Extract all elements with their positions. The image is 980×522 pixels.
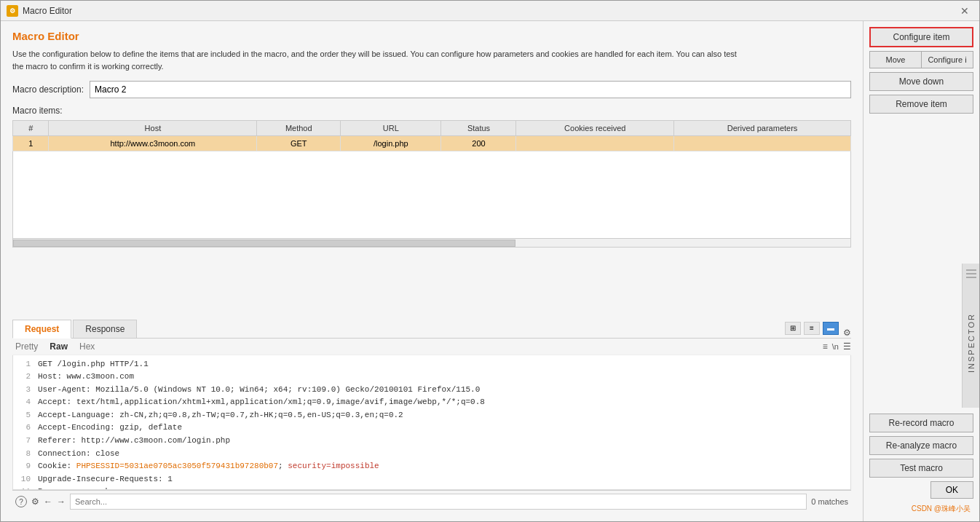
- search-bar: ? ⚙ ← → 0 matches: [12, 490, 851, 513]
- search-input[interactable]: [70, 494, 807, 510]
- code-line-10: 10 Upgrade-Insecure-Requests: 1: [16, 473, 847, 486]
- macro-description-label: Macro description:: [12, 84, 84, 95]
- move-up-button[interactable]: Move: [869, 51, 921, 68]
- code-line-4: 4 Accept: text/html,application/xhtml+xm…: [16, 396, 847, 409]
- gear-icon[interactable]: ⚙: [843, 328, 851, 338]
- inspector-area: INSPECTOR: [864, 264, 979, 408]
- view-list-btn[interactable]: ≡: [804, 322, 820, 335]
- code-line-7: 7 Referer: http://www.c3moon.com/login.p…: [16, 435, 847, 448]
- header-section: Macro Editor Use the configuration below…: [12, 30, 851, 72]
- col-url: URL: [341, 121, 441, 136]
- tab-toolbar: ⊞ ≡ ▬: [785, 322, 839, 338]
- right-panel-bottom: Re-record macro Re-analyze macro Test ma…: [864, 408, 979, 521]
- horizontal-scrollbar[interactable]: [12, 239, 851, 248]
- move-row: Move Configure i: [869, 51, 973, 68]
- cell-method: GET: [257, 136, 341, 151]
- col-derived: Derived parameters: [674, 121, 851, 136]
- remove-item-button[interactable]: Remove item: [869, 95, 973, 114]
- code-line-1: 1 GET /login.php HTTP/1.1: [16, 358, 847, 371]
- right-panel-spacer: [864, 119, 979, 264]
- code-line-3: 3 User-Agent: Mozilla/5.0 (Windows NT 10…: [16, 384, 847, 397]
- right-panel: Configure item Move Configure i Move dow…: [863, 21, 979, 521]
- col-status: Status: [441, 121, 516, 136]
- inspector-lines: [963, 264, 979, 278]
- ok-row: OK: [869, 481, 973, 499]
- menu-icon[interactable]: ☰: [843, 341, 851, 352]
- col-num: #: [13, 121, 49, 136]
- macro-items-label: Macro items:: [12, 106, 851, 116]
- col-method: Method: [257, 121, 341, 136]
- re-record-button[interactable]: Re-record macro: [869, 414, 973, 432]
- request-response-section: Request Response ⊞ ≡ ▬ ⚙ Pretty Raw Hex …: [12, 320, 851, 513]
- cell-url: /login.php: [341, 136, 441, 151]
- raw-btn[interactable]: Raw: [47, 341, 71, 352]
- title-bar: ⚙ Macro Editor ✕: [1, 1, 979, 21]
- settings-icon[interactable]: ⚙: [31, 497, 39, 507]
- tab-response[interactable]: Response: [73, 320, 137, 338]
- title-bar-left: ⚙ Macro Editor: [7, 5, 72, 17]
- code-line-6: 6 Accept-Encoding: gzip, deflate: [16, 422, 847, 435]
- scrollbar-thumb[interactable]: [13, 240, 515, 247]
- right-panel-top: Configure item Move Configure i Move dow…: [864, 21, 979, 119]
- table-row[interactable]: 1 http://www.c3moon.com GET /login.php 2…: [13, 136, 851, 151]
- table-empty-area: [12, 151, 851, 239]
- code-line-9: 9 Cookie: PHPSESSID=5031ae0705ac3050f579…: [16, 460, 847, 473]
- hex-btn[interactable]: Hex: [76, 341, 98, 352]
- cell-cookies: [516, 136, 674, 151]
- app-icon: ⚙: [7, 5, 18, 17]
- back-arrow-icon[interactable]: ←: [44, 497, 52, 507]
- description-line2: the macro to confirm it is working corre…: [12, 60, 851, 73]
- move-down-button[interactable]: Move down: [869, 72, 973, 91]
- cell-derived: [674, 136, 851, 151]
- configure-item-button[interactable]: Configure item: [869, 27, 973, 47]
- forward-arrow-icon[interactable]: →: [57, 497, 66, 507]
- code-area: 1 GET /login.php HTTP/1.1 2 Host: www.c3…: [12, 355, 851, 491]
- re-analyze-button[interactable]: Re-analyze macro: [869, 436, 973, 455]
- help-icon[interactable]: ?: [15, 496, 27, 507]
- newline-icon[interactable]: \n: [832, 342, 839, 351]
- tab-request[interactable]: Request: [12, 320, 71, 339]
- test-macro-button[interactable]: Test macro: [869, 459, 973, 478]
- configure-right-button[interactable]: Configure i: [921, 51, 973, 68]
- inspector-spacer: [864, 264, 962, 408]
- inspector-label: INSPECTOR: [967, 307, 976, 379]
- inspector-sidebar: INSPECTOR: [962, 264, 979, 408]
- inspector-line: [966, 269, 976, 271]
- main-area: Macro Editor Use the configuration below…: [1, 21, 863, 521]
- view-grid-btn[interactable]: ⊞: [785, 322, 801, 335]
- macro-description-input[interactable]: [90, 81, 851, 98]
- code-line-8: 8 Connection: close: [16, 448, 847, 461]
- wrap-icon[interactable]: ≡: [823, 341, 828, 352]
- window-title: Macro Editor: [23, 6, 72, 16]
- col-host: Host: [49, 121, 257, 136]
- cell-num: 1: [13, 136, 49, 151]
- pretty-btn[interactable]: Pretty: [12, 341, 41, 352]
- code-line-2: 2 Host: www.c3moon.com: [16, 371, 847, 384]
- macro-description-row: Macro description:: [12, 81, 851, 98]
- ok-button[interactable]: OK: [930, 481, 973, 499]
- page-title: Macro Editor: [12, 30, 851, 42]
- inspector-line: [966, 273, 976, 274]
- inspector-line: [966, 277, 976, 278]
- tabs-row: Request Response ⊞ ≡ ▬ ⚙: [12, 320, 851, 339]
- content-area: Macro Editor Use the configuration below…: [1, 21, 979, 521]
- col-cookies: Cookies received: [516, 121, 674, 136]
- close-button[interactable]: ✕: [956, 4, 973, 18]
- cell-status: 200: [441, 136, 516, 151]
- code-line-5: 5 Accept-Language: zh-CN,zh;q=0.8,zh-TW;…: [16, 409, 847, 422]
- view-full-btn[interactable]: ▬: [823, 322, 839, 335]
- request-icons: ≡ \n ☰: [823, 341, 851, 352]
- watermark: CSDN @珠峰小吴: [869, 502, 973, 515]
- request-format-toolbar: Pretty Raw Hex ≡ \n ☰: [12, 339, 851, 355]
- table-section: # Host Method URL Status Cookies receive…: [12, 120, 851, 314]
- macro-table: # Host Method URL Status Cookies receive…: [12, 120, 851, 151]
- macro-editor-window: ⚙ Macro Editor ✕ Macro Editor Use the co…: [0, 0, 980, 522]
- cell-host: http://www.c3moon.com: [49, 136, 257, 151]
- description-line1: Use the configuration below to define th…: [12, 48, 851, 60]
- matches-label: 0 matches: [811, 497, 848, 506]
